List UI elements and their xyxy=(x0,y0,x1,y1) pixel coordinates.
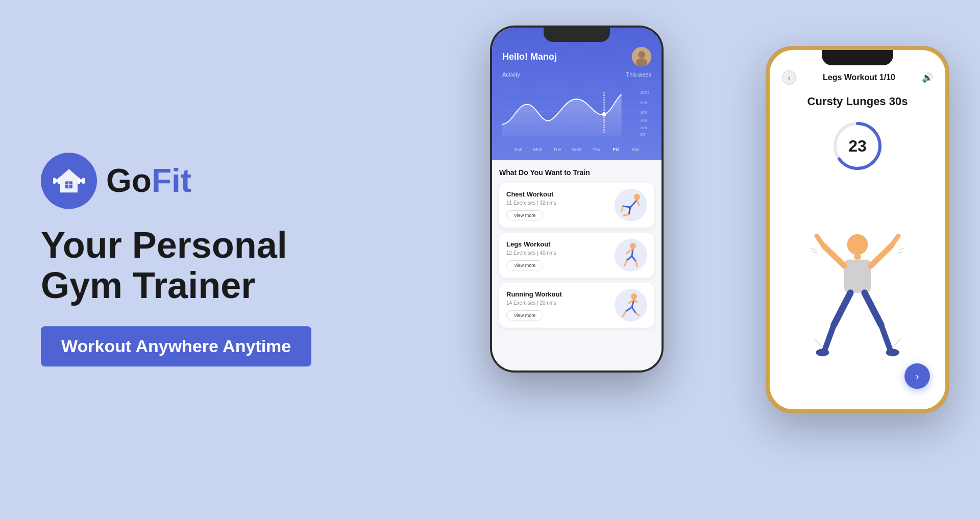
svg-point-39 xyxy=(631,293,637,300)
sound-icon[interactable]: 🔊 xyxy=(922,72,933,83)
timer-circle: 23 xyxy=(832,120,883,171)
workout-title: Legs Workout 1/10 xyxy=(823,73,895,82)
exercise-name: Cursty Lunges 30s xyxy=(782,95,933,108)
svg-text:60%: 60% xyxy=(641,111,648,114)
svg-text:0%: 0% xyxy=(641,133,646,136)
svg-line-26 xyxy=(630,200,637,207)
svg-line-62 xyxy=(813,252,818,253)
svg-line-36 xyxy=(632,256,636,261)
section-title: What Do You Want to Train xyxy=(499,168,654,177)
chest-workout-info: Chest Workout 11 Exercises | 32mins View… xyxy=(506,190,615,220)
svg-text:40%: 40% xyxy=(641,119,648,122)
day-sun: Sun xyxy=(508,147,528,152)
chest-figure xyxy=(618,192,644,218)
activity-label: Activity xyxy=(502,71,520,78)
brand-go: Go xyxy=(106,162,152,199)
day-sat: Sat xyxy=(626,147,645,152)
activity-chart: 100% 80% 60% 40% 20% 0% xyxy=(502,84,651,145)
activity-row: Activity This week xyxy=(502,71,651,78)
svg-line-55 xyxy=(892,236,898,245)
svg-line-44 xyxy=(636,313,639,315)
svg-line-41 xyxy=(626,307,632,311)
svg-line-67 xyxy=(894,339,900,347)
svg-point-58 xyxy=(816,349,829,356)
timer-number: 23 xyxy=(848,137,867,156)
day-thu: Thu xyxy=(586,147,606,152)
svg-point-49 xyxy=(847,234,868,255)
svg-line-29 xyxy=(624,214,629,215)
back-button[interactable]: ‹ xyxy=(782,70,796,85)
legs-workout-info: Legs Workout 12 Exercises | 40mins View … xyxy=(506,240,615,270)
svg-rect-7 xyxy=(78,178,80,184)
svg-line-31 xyxy=(622,206,623,211)
svg-line-52 xyxy=(823,245,844,266)
logo-icon xyxy=(51,163,87,199)
svg-line-28 xyxy=(629,207,630,214)
phone1-screen: Hello! Manoj Activity This week xyxy=(492,28,662,370)
legs-view-more-btn[interactable]: View more xyxy=(506,260,543,270)
svg-point-61 xyxy=(886,349,899,356)
svg-line-43 xyxy=(632,307,636,313)
svg-line-59 xyxy=(865,293,881,325)
chest-workout-meta: 11 Exercises | 32mins xyxy=(506,200,615,206)
svg-rect-50 xyxy=(854,254,861,260)
running-figure xyxy=(618,292,644,318)
phone1-header: Hello! Manoj Activity This week xyxy=(492,28,662,160)
day-mon: Mon xyxy=(528,147,547,152)
exercise-animation xyxy=(806,226,909,358)
greeting-text: Hello! Manoj xyxy=(502,52,557,62)
logo-circle xyxy=(41,153,97,209)
svg-line-42 xyxy=(623,311,626,316)
chart-area: 100% 80% 60% 40% 20% 0% xyxy=(502,84,651,145)
svg-rect-4 xyxy=(53,178,56,184)
running-view-more-btn[interactable]: View more xyxy=(506,310,543,320)
chest-workout-card: Chest Workout 11 Exercises | 32mins View… xyxy=(499,183,654,228)
phone2-border: ‹ Legs Workout 1/10 🔊 Cursty Lunges 30s … xyxy=(768,48,947,411)
left-section: GoFit Your PersonalGym Trainer Workout A… xyxy=(41,153,347,366)
svg-line-66 xyxy=(815,339,821,347)
svg-line-63 xyxy=(811,249,816,251)
next-button[interactable]: › xyxy=(904,363,930,389)
phone1-body: What Do You Want to Train Chest Workout … xyxy=(492,160,662,370)
svg-point-25 xyxy=(634,194,640,200)
svg-line-35 xyxy=(625,260,627,265)
svg-rect-8 xyxy=(82,178,85,184)
svg-line-37 xyxy=(636,261,637,266)
svg-line-54 xyxy=(871,245,892,266)
svg-line-53 xyxy=(817,236,823,245)
chest-illustration xyxy=(615,189,647,221)
chart-days: Sun Mon Tue Wed Thu Fri Sat xyxy=(502,145,651,152)
brand-fit: Fit xyxy=(152,162,191,199)
svg-rect-51 xyxy=(844,260,871,293)
logo-container: GoFit xyxy=(41,153,347,209)
svg-text:80%: 80% xyxy=(641,101,648,105)
svg-rect-5 xyxy=(58,178,60,184)
svg-line-30 xyxy=(637,200,639,205)
chest-workout-name: Chest Workout xyxy=(506,190,615,198)
svg-line-57 xyxy=(824,325,834,351)
running-workout-name: Running Workout xyxy=(506,290,615,298)
legs-figure xyxy=(618,242,644,268)
avatar xyxy=(632,47,651,66)
legs-workout-meta: 12 Exercises | 40mins xyxy=(506,250,615,256)
svg-line-56 xyxy=(834,293,851,325)
chest-view-more-btn[interactable]: View more xyxy=(506,210,543,220)
phone2: ‹ Legs Workout 1/10 🔊 Cursty Lunges 30s … xyxy=(766,46,949,413)
svg-line-27 xyxy=(623,206,630,207)
svg-point-10 xyxy=(638,51,645,58)
day-fri: Fri xyxy=(606,147,625,152)
svg-point-11 xyxy=(636,58,647,66)
running-workout-info: Running Workout 14 Exercises | 20mins Vi… xyxy=(506,290,615,320)
svg-line-64 xyxy=(897,252,902,253)
running-workout-meta: 14 Exercises | 20mins xyxy=(506,300,615,306)
svg-point-18 xyxy=(602,112,606,116)
tagline: Your PersonalGym Trainer xyxy=(41,225,347,306)
running-workout-card: Running Workout 14 Exercises | 20mins Vi… xyxy=(499,283,654,328)
phone1: Hello! Manoj Activity This week xyxy=(490,26,664,373)
cta-button[interactable]: Workout Anywhere Anytime xyxy=(41,326,311,366)
phone2-top-bar: ‹ Legs Workout 1/10 🔊 xyxy=(782,70,933,85)
legs-workout-card: Legs Workout 12 Exercises | 40mins View … xyxy=(499,233,654,278)
phone2-notch xyxy=(822,50,893,65)
svg-line-46 xyxy=(634,300,637,302)
avatar-image xyxy=(632,47,651,66)
